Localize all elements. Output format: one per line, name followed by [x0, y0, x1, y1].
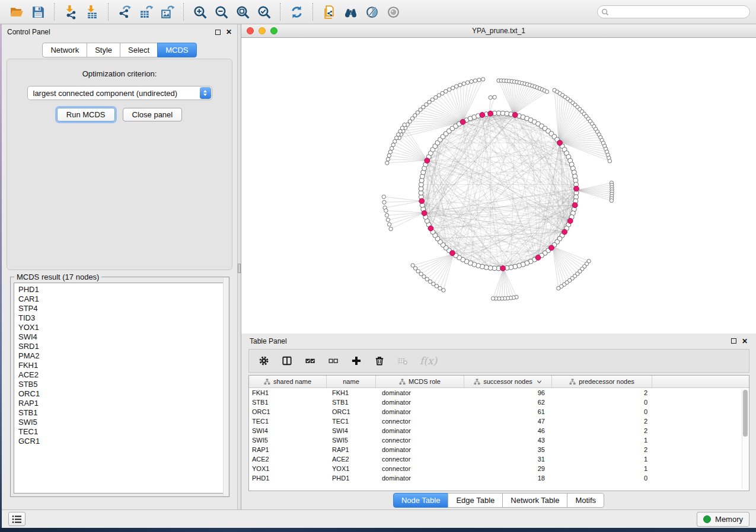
mcds-dominator-node[interactable] — [572, 203, 578, 208]
save-session-button[interactable] — [27, 2, 49, 21]
table-scrollbar-thumb[interactable] — [743, 390, 748, 437]
column-header-name[interactable]: name — [327, 376, 376, 387]
mcds-result-item[interactable]: SWI4 — [18, 332, 225, 342]
mcds-result-item[interactable]: ACE2 — [18, 370, 225, 380]
mcds-result-item[interactable]: SWI5 — [18, 418, 225, 427]
column-header-successor-nodes[interactable]: successor nodes — [464, 376, 552, 387]
mcds-result-item[interactable]: PHD1 — [18, 285, 225, 294]
network-leaf-node[interactable] — [451, 86, 455, 89]
table-options-button[interactable] — [258, 355, 270, 367]
network-leaf-node[interactable] — [462, 82, 465, 85]
network-leaf-node[interactable] — [403, 123, 406, 127]
mcds-result-item[interactable]: ORC1 — [18, 389, 225, 399]
column-header-shared-name[interactable]: shared name — [249, 376, 327, 387]
network-leaf-node[interactable] — [491, 297, 495, 300]
import-table-button[interactable] — [81, 2, 103, 21]
mcds-dominator-node[interactable] — [450, 251, 455, 256]
network-leaf-node[interactable] — [388, 150, 392, 153]
mcds-result-item[interactable]: RAP1 — [18, 399, 225, 408]
table-row[interactable]: PHD1PHD1dominator180 — [249, 473, 749, 483]
zoom-selected-button[interactable] — [253, 2, 275, 21]
splitter-handle[interactable] — [238, 264, 241, 273]
close-panel-icon[interactable]: ✕ — [226, 28, 232, 36]
table-row[interactable]: SWI4SWI4dominator462 — [249, 426, 749, 435]
network-leaf-node[interactable] — [387, 153, 391, 157]
select-all-button[interactable] — [304, 355, 316, 367]
network-leaf-node[interactable] — [441, 91, 444, 95]
network-leaf-node[interactable] — [465, 81, 469, 84]
column-header-predecessor-nodes[interactable]: predecessor nodes — [552, 376, 652, 387]
open-session-button[interactable] — [6, 2, 27, 21]
network-leaf-node[interactable] — [489, 95, 492, 99]
mcds-result-item[interactable]: TID3 — [18, 313, 225, 323]
maximize-window-icon[interactable] — [270, 27, 277, 34]
search-input[interactable] — [611, 8, 749, 16]
mcds-result-item[interactable]: PMA2 — [18, 351, 225, 361]
column-header-MCDS-role[interactable]: MCDS role — [376, 376, 464, 387]
mcds-dominator-node[interactable] — [574, 186, 579, 191]
share-network-document-button[interactable] — [318, 2, 340, 21]
show-graphics-details-button[interactable] — [382, 2, 404, 21]
network-leaf-node[interactable] — [473, 79, 477, 82]
network-leaf-node[interactable] — [385, 213, 388, 217]
refresh-view-button[interactable] — [286, 2, 307, 21]
mcds-dominator-node[interactable] — [488, 111, 493, 116]
zoom-in-button[interactable] — [189, 2, 210, 21]
show-column-button[interactable] — [281, 355, 293, 367]
network-leaf-node[interactable] — [411, 264, 414, 267]
minimize-window-icon[interactable] — [259, 27, 266, 34]
tab-edge-table[interactable]: Edge Table — [448, 493, 503, 508]
mcds-dominator-node[interactable] — [419, 198, 425, 204]
network-leaf-node[interactable] — [389, 227, 393, 230]
mcds-dominator-node[interactable] — [535, 255, 541, 261]
mcds-dominator-node[interactable] — [557, 140, 563, 146]
table-row[interactable]: ORC1ORC1dominator610 — [249, 407, 749, 416]
mcds-dominator-node[interactable] — [460, 119, 465, 124]
export-image-button[interactable] — [157, 2, 178, 21]
network-leaf-node[interactable] — [390, 146, 394, 150]
table-row[interactable]: RAP1RAP1dominator352 — [249, 445, 749, 454]
table-row[interactable]: YOX1YOX1connector291 — [249, 464, 749, 473]
close-panel-button[interactable]: Close panel — [123, 108, 183, 121]
network-leaf-node[interactable] — [610, 198, 613, 202]
run-mcds-button[interactable]: Run MCDS — [57, 108, 115, 121]
network-leaf-node[interactable] — [444, 89, 448, 93]
network-leaf-node[interactable] — [387, 223, 391, 226]
mcds-dominator-node[interactable] — [425, 158, 430, 164]
mcds-result-item[interactable]: STB1 — [18, 408, 225, 418]
mcds-dominator-node[interactable] — [422, 210, 427, 216]
tab-mcds[interactable]: MCDS — [157, 43, 196, 57]
mcds-result-item[interactable]: YOX1 — [18, 323, 225, 332]
search-box[interactable] — [597, 5, 750, 18]
close-window-icon[interactable] — [247, 27, 254, 34]
hide-graphics-details-button[interactable] — [361, 2, 382, 21]
network-leaf-node[interactable] — [382, 200, 386, 204]
table-scrollbar[interactable] — [742, 389, 748, 489]
zoom-fit-button[interactable] — [232, 2, 253, 21]
tab-node-table[interactable]: Node Table — [393, 493, 449, 508]
task-history-button[interactable] — [8, 512, 25, 526]
network-search-button[interactable] — [340, 2, 361, 21]
mcds-result-item[interactable]: STP4 — [18, 304, 225, 313]
tab-motifs[interactable]: Motifs — [567, 493, 604, 508]
panel-splitter[interactable] — [237, 24, 241, 509]
mcds-dominator-node[interactable] — [500, 265, 506, 271]
export-network-button[interactable] — [114, 2, 135, 21]
mcds-dominator-node[interactable] — [549, 245, 554, 251]
network-canvas[interactable] — [241, 38, 756, 334]
tab-style[interactable]: Style — [87, 43, 120, 57]
close-table-panel-icon[interactable]: ✕ — [742, 338, 748, 345]
add-column-button[interactable] — [350, 355, 362, 367]
tab-network-table[interactable]: Network Table — [502, 493, 567, 508]
mcds-result-item[interactable]: TEC1 — [18, 427, 225, 437]
network-leaf-node[interactable] — [442, 289, 445, 292]
network-leaf-node[interactable] — [477, 78, 481, 82]
float-panel-icon[interactable] — [215, 30, 221, 35]
mcds-result-item[interactable]: SRD1 — [18, 342, 225, 351]
network-leaf-node[interactable] — [382, 195, 385, 198]
network-leaf-node[interactable] — [545, 90, 548, 94]
table-row[interactable]: SWI5SWI5connector431 — [249, 435, 749, 445]
export-table-button[interactable] — [135, 2, 157, 21]
network-leaf-node[interactable] — [458, 83, 462, 86]
mcds-result-item[interactable]: STB5 — [18, 380, 225, 389]
